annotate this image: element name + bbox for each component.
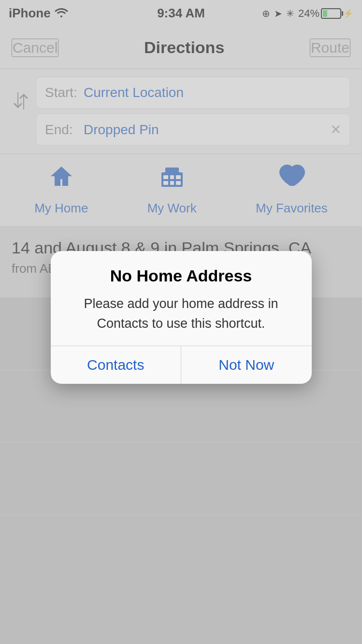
not-now-button[interactable]: Not Now: [181, 346, 312, 384]
dialog-title: No Home Address: [65, 266, 297, 285]
dialog-content: No Home Address Please add your home add…: [51, 251, 312, 346]
contacts-button[interactable]: Contacts: [51, 346, 182, 384]
dialog-message: Please add your home address in Contacts…: [65, 294, 297, 333]
dialog: No Home Address Please add your home add…: [51, 251, 312, 384]
dialog-overlay: No Home Address Please add your home add…: [0, 0, 362, 644]
dialog-actions: Contacts Not Now: [51, 346, 312, 384]
